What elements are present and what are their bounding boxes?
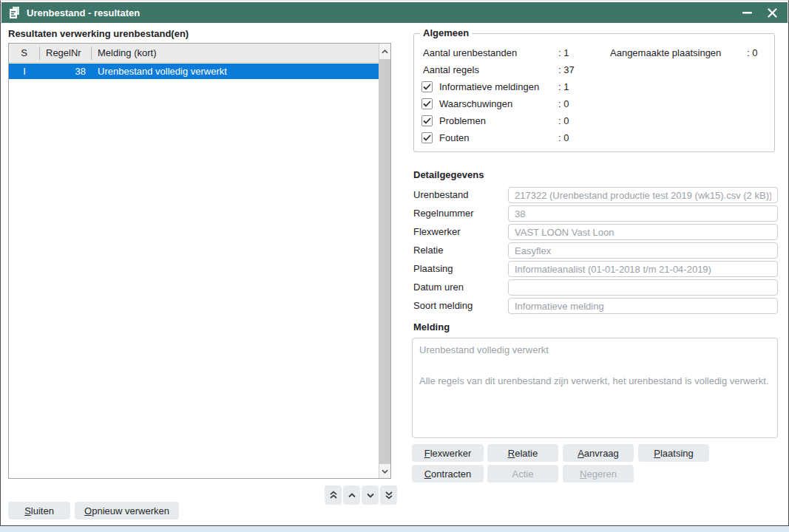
- algemeen-row-waarschuwingen: Waarschuwingen : 0: [420, 95, 768, 112]
- minimize-icon: [742, 12, 752, 14]
- plaatsing-button[interactable]: Plaatsing: [638, 444, 709, 462]
- checkbox-fouten[interactable]: [421, 132, 433, 143]
- column-header-melding[interactable]: Melding (kort): [92, 47, 379, 60]
- label-aantal-regels: Aantal regels: [420, 64, 558, 75]
- cell-status: I: [9, 66, 40, 77]
- checkbox-problemen[interactable]: [421, 115, 433, 126]
- results-heading: Resultaten verwerking urenbestand(en): [8, 28, 189, 39]
- nav-first-button[interactable]: [325, 485, 342, 505]
- label-flexwerker: Flexwerker: [413, 224, 461, 240]
- plaatsing-field[interactable]: [508, 261, 778, 277]
- negeren-button: Negeren: [563, 465, 634, 482]
- nav-next-button[interactable]: [362, 485, 379, 505]
- label-problemen: Problemen: [439, 115, 558, 126]
- label-informatieve-meldingen: Informatieve meldingen: [439, 81, 558, 92]
- urenbestand-field[interactable]: [508, 187, 778, 203]
- column-header-regelnr[interactable]: RegelNr: [40, 47, 92, 60]
- scrollbar-thumb[interactable]: [379, 59, 390, 464]
- value-fouten: : 0: [558, 132, 610, 143]
- table-row-selected[interactable]: I 38 Urenbestand volledig verwerkt: [9, 64, 379, 79]
- value-aangemaakte-plaatsingen: : 0: [747, 47, 768, 58]
- results-table: S RegelNr Melding (kort) I 38 Urenbestan…: [8, 43, 391, 479]
- flexwerker-button[interactable]: Flexwerker: [412, 444, 484, 462]
- algemeen-groupbox: Algemeen Aantal urenbestanden : 1 Aangem…: [413, 33, 775, 152]
- titlebar: Urenbestand - resultaten: [1, 2, 788, 23]
- algemeen-row-problemen: Problemen : 0: [420, 112, 768, 129]
- label-relatie: Relatie: [413, 242, 443, 259]
- cell-regelnr: 38: [40, 66, 92, 77]
- cell-melding: Urenbestand volledig verwerkt: [92, 66, 379, 77]
- chevron-down-icon: [382, 469, 388, 474]
- melding-textarea[interactable]: Urenbestand volledig verwerkt Alle regel…: [412, 338, 778, 438]
- contracten-button[interactable]: Contracten: [412, 465, 484, 482]
- label-datum-uren: Datum uren: [413, 279, 464, 296]
- scrollbar-down-button[interactable]: [379, 464, 390, 478]
- nav-last-button[interactable]: [380, 485, 397, 505]
- window-title: Urenbestand - resultaten: [27, 7, 734, 18]
- checkmark-icon: [423, 134, 431, 141]
- chevron-up-icon: [382, 50, 388, 54]
- dialog-window: Urenbestand - resultaten Resultaten verw…: [0, 0, 789, 526]
- flexwerker-field[interactable]: [508, 224, 778, 240]
- detail-section-title: Detailgegevens: [413, 169, 484, 180]
- close-button[interactable]: [759, 2, 785, 23]
- regelnummer-field[interactable]: [508, 205, 778, 222]
- opnieuw-verwerken-button[interactable]: Opnieuw verwerken: [75, 502, 179, 519]
- value-problemen: : 0: [558, 115, 610, 126]
- chevron-up-icon: [348, 492, 356, 498]
- value-waarschuwingen: : 0: [558, 98, 610, 109]
- label-urenbestand: Urenbestand: [413, 187, 468, 203]
- column-header-s[interactable]: S: [9, 47, 40, 60]
- checkbox-informatieve-meldingen[interactable]: [421, 81, 433, 92]
- relatie-button[interactable]: Relatie: [487, 444, 558, 462]
- datum-uren-field[interactable]: [508, 279, 778, 296]
- algemeen-row-urenbestanden: Aantal urenbestanden : 1 Aangemaakte pla…: [420, 44, 768, 61]
- label-regelnummer: Regelnummer: [413, 205, 474, 222]
- label-aangemaakte-plaatsingen: Aangemaakte plaatsingen: [610, 47, 747, 58]
- close-icon: [768, 8, 777, 18]
- algemeen-row-fouten: Fouten : 0: [420, 129, 768, 146]
- label-fouten: Fouten: [439, 132, 558, 143]
- checkmark-icon: [423, 100, 431, 107]
- minimize-button[interactable]: [734, 2, 759, 23]
- double-chevron-up-icon: [329, 491, 338, 499]
- soort-melding-field[interactable]: [508, 298, 778, 314]
- value-aantal-regels: : 37: [558, 64, 610, 75]
- melding-section-title: Melding: [413, 321, 450, 332]
- nav-prev-button[interactable]: [343, 485, 360, 505]
- checkbox-waarschuwingen[interactable]: [421, 98, 433, 109]
- double-chevron-down-icon: [385, 491, 393, 499]
- algemeen-title: Algemeen: [420, 27, 472, 38]
- label-waarschuwingen: Waarschuwingen: [439, 98, 558, 109]
- vertical-scrollbar: [379, 44, 390, 478]
- scrollbar-up-button[interactable]: [379, 44, 390, 59]
- label-plaatsing: Plaatsing: [413, 261, 453, 277]
- chevron-down-icon: [366, 492, 375, 498]
- results-table-header: S RegelNr Melding (kort): [9, 44, 379, 63]
- label-soort-melding: Soort melding: [413, 298, 473, 314]
- relatie-field[interactable]: [508, 242, 778, 259]
- checkmark-icon: [423, 117, 431, 124]
- algemeen-row-regels: Aantal regels : 37: [420, 61, 768, 78]
- checkmark-icon: [423, 83, 431, 90]
- document-copy-icon: [8, 6, 21, 19]
- value-aantal-urenbestanden: : 1: [558, 47, 610, 58]
- sluiten-button[interactable]: Sluiten: [8, 502, 70, 519]
- actie-button: Actie: [487, 465, 558, 482]
- algemeen-row-informatieve-meldingen: Informatieve meldingen : 1: [420, 78, 768, 95]
- label-aantal-urenbestanden: Aantal urenbestanden: [420, 47, 558, 58]
- value-informatieve-meldingen: : 1: [558, 81, 610, 92]
- aanvraag-button[interactable]: Aanvraag: [563, 444, 634, 462]
